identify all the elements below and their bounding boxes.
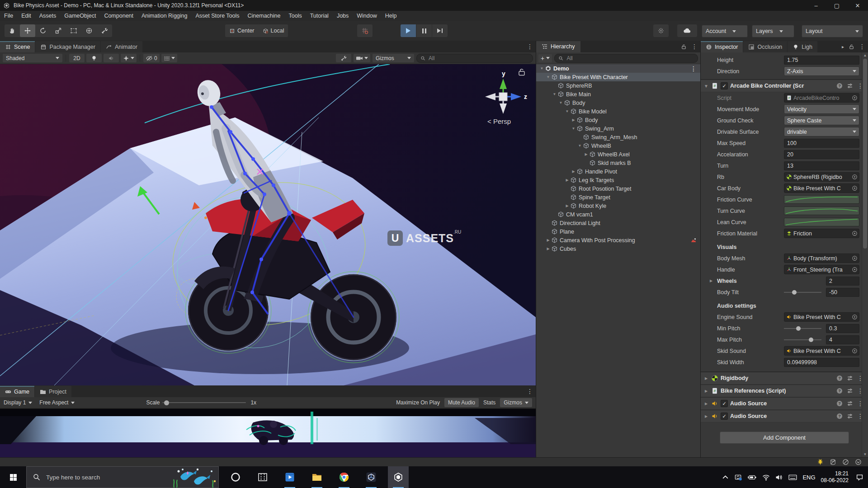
hierarchy-tab[interactable]: Hierarchy — [536, 41, 580, 52]
foldout-arrow-icon[interactable]: ▶ — [703, 389, 709, 393]
taskbar-search-input[interactable] — [45, 474, 142, 481]
object-field[interactable]: Front_Steering (Tra — [784, 265, 859, 274]
status-bug-icon[interactable] — [817, 459, 824, 465]
hand-tool-button[interactable] — [5, 24, 20, 37]
cloud-services-button[interactable] — [677, 24, 697, 37]
taskbar-app-task-view[interactable] — [252, 466, 273, 488]
hierarchy-search-box[interactable] — [554, 54, 698, 63]
scene-view-camera-button[interactable] — [354, 54, 370, 62]
taskbar-search-box[interactable] — [26, 466, 219, 488]
dropdown-field[interactable]: drivable — [784, 127, 859, 136]
custom-tool-button[interactable] — [97, 24, 112, 37]
help-icon[interactable]: ? — [836, 400, 843, 407]
start-button[interactable] — [0, 466, 26, 488]
hierarchy-item-demo[interactable]: ▼Demo⋮ — [536, 64, 700, 73]
gizmos-dropdown[interactable]: Gizmos — [373, 54, 414, 62]
tab-project[interactable]: Project — [35, 386, 71, 397]
taskbar-app-movies-tv[interactable] — [279, 466, 300, 488]
foldout-arrow-icon[interactable]: ▶ — [703, 414, 709, 418]
object-picker-icon[interactable] — [851, 94, 858, 101]
scene-lighting-button[interactable] — [86, 54, 102, 62]
hierarchy-item-skid-marks-b[interactable]: Skid marks B — [536, 159, 700, 167]
foldout-arrow-icon[interactable]: ▶ — [545, 238, 551, 242]
scene-grid-button[interactable] — [161, 54, 177, 62]
game-viewport[interactable] — [0, 408, 536, 459]
step-button[interactable] — [432, 24, 448, 37]
scene-menu-icon[interactable]: ⋮ — [690, 65, 697, 72]
preset-icon[interactable] — [847, 413, 853, 419]
menu-gameobject[interactable]: GameObject — [60, 11, 100, 21]
object-picker-icon[interactable] — [851, 255, 858, 262]
number-field[interactable]: 20 — [784, 150, 859, 159]
hierarchy-item-swing_arm_mesh[interactable]: Swing_Arm_Mesh — [536, 133, 700, 141]
hierarchy-item-body[interactable]: ▶Body — [536, 116, 700, 124]
object-field[interactable]: Bike Preset With C — [784, 183, 859, 193]
slider-track[interactable] — [784, 339, 821, 340]
tab-scene[interactable]: Scene — [0, 41, 35, 52]
rect-tool-button[interactable] — [66, 24, 81, 37]
number-field[interactable]: 100 — [784, 139, 859, 148]
hierarchy-item-cubes[interactable]: ▶Cubes — [536, 244, 700, 253]
menu-jobs[interactable]: Jobs — [333, 11, 353, 21]
taskbar-app-unity[interactable] — [388, 466, 409, 488]
foldout-arrow-icon[interactable]: ▶ — [703, 376, 709, 380]
object-picker-icon[interactable] — [851, 230, 858, 237]
hierarchy-item-bike-main[interactable]: ▼Bike Main — [536, 90, 700, 99]
add-component-button[interactable]: Add Component — [720, 432, 849, 444]
toggle-2d-button[interactable]: 2D — [69, 54, 85, 62]
help-icon[interactable]: ? — [836, 83, 843, 89]
scroll-up-icon[interactable]: ▲ — [862, 53, 868, 57]
hierarchy-item-camera-with-post-processing[interactable]: ▶Camera With Post Processing — [536, 236, 700, 244]
hidden-objects-button[interactable]: 0 — [143, 54, 160, 62]
collab-disabled-icon[interactable] — [842, 459, 849, 465]
component-header-audio-source[interactable]: ▶✓Audio Source?⋮ — [701, 410, 868, 422]
slider-track[interactable] — [784, 328, 821, 329]
hierarchy-item-root-posotion-target[interactable]: Root Posotion Target — [536, 184, 700, 193]
hierarchy-item-bike-model[interactable]: ▼Bike Model — [536, 107, 700, 116]
scroll-down-icon[interactable]: ▼ — [862, 452, 868, 456]
slider-value-field[interactable]: -50 — [826, 288, 859, 297]
game-panel-menu-icon[interactable]: ⋮ — [527, 388, 533, 395]
foldout-arrow-icon[interactable]: ▶ — [564, 178, 570, 182]
progress-activity-button[interactable] — [653, 24, 669, 37]
foldout-arrow-icon[interactable]: ▼ — [539, 66, 545, 70]
hierarchy-item-sphererb[interactable]: SphereRB — [536, 81, 700, 90]
preset-icon[interactable] — [847, 388, 853, 394]
object-picker-icon[interactable] — [851, 174, 858, 180]
slider-knob[interactable] — [796, 326, 801, 331]
tab-package-manager[interactable]: Package Manager — [35, 41, 100, 52]
dropdown-field[interactable]: Velocity — [784, 104, 859, 114]
menu-component[interactable]: Component — [100, 11, 137, 21]
number-field[interactable]: 0.09499998 — [784, 358, 859, 367]
inspector-scrollbar[interactable]: ▲ ▼ — [862, 52, 868, 457]
more-tabs-icon[interactable]: ▸ — [842, 44, 844, 49]
hierarchy-item-directional-light[interactable]: Directional Light — [536, 219, 700, 227]
scene-camera-settings-button[interactable] — [336, 54, 351, 62]
slider-value-field[interactable]: 0.3 — [826, 324, 859, 333]
component-header-arcade-bike-controller[interactable]: ▼ # ✓ Arcade Bike Controller (Scr ? ⋮ — [701, 80, 868, 92]
object-field[interactable]: SphereRB (Rigidbo — [784, 172, 859, 182]
pause-button[interactable] — [416, 24, 432, 37]
object-field[interactable]: Bike Preset With C — [784, 346, 859, 356]
hierarchy-item-plane[interactable]: Plane — [536, 227, 700, 236]
tab-occlusion[interactable]: Occlusion — [743, 41, 787, 52]
menu-assets[interactable]: Assets — [35, 11, 61, 21]
taskbar-clock[interactable]: 18:21 08-06-2022 — [821, 470, 849, 484]
component-enabled-checkbox[interactable]: ✓ — [721, 400, 728, 407]
foldout-arrow-icon[interactable]: ▶ — [703, 402, 709, 406]
foldout-arrow-icon[interactable]: ▼ — [571, 127, 576, 131]
component-header-bike-references-script-[interactable]: ▶#Bike References (Script)?⋮ — [701, 385, 868, 397]
tab-inspector[interactable]: Inspector — [701, 41, 743, 52]
hierarchy-item-wheelb[interactable]: ▼WheelB — [536, 141, 700, 150]
component-header-audio-source[interactable]: ▶✓Audio Source?⋮ — [701, 397, 868, 410]
menu-window[interactable]: Window — [353, 11, 381, 21]
dropdown-field[interactable]: Sphere Caste — [784, 116, 859, 125]
menu-asset-store-tools[interactable]: Asset Store Tools — [191, 11, 243, 21]
menu-edit[interactable]: Edit — [17, 11, 35, 21]
foldout-arrow-icon[interactable]: ▶ — [583, 152, 589, 156]
game-button-stats[interactable]: Stats — [480, 398, 499, 407]
hierarchy-item-wheelb-axel[interactable]: ▶WheelB Axel — [536, 150, 700, 159]
panel-lock-icon[interactable] — [849, 44, 854, 50]
foldout-arrow-icon[interactable]: ▼ — [558, 101, 564, 105]
scale-slider-knob[interactable] — [164, 400, 169, 405]
